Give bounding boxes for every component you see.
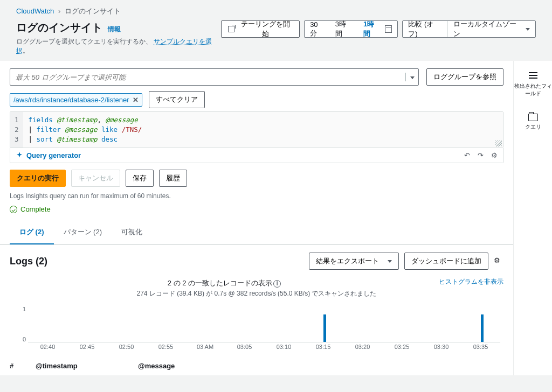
- remove-tag-icon[interactable]: ✕: [133, 96, 139, 104]
- chevron-right-icon: ›: [58, 7, 60, 15]
- redo-icon[interactable]: ↷: [478, 151, 484, 159]
- chevron-down-icon: [405, 73, 415, 81]
- save-button[interactable]: 保存: [126, 170, 154, 187]
- chevron-down-icon: [526, 28, 530, 31]
- editor-gutter: 1 2 3: [10, 112, 23, 148]
- compare-toggle[interactable]: 比較 (オフ): [403, 21, 447, 37]
- chart-plot: [28, 305, 500, 342]
- loggroup-input[interactable]: [10, 68, 419, 86]
- add-to-dashboard-button[interactable]: ダッシュボードに追加: [404, 253, 488, 270]
- query-generator-button[interactable]: Query generator: [16, 151, 81, 159]
- query-editor[interactable]: 1 2 3 fields @timestamp, @message | filt…: [10, 111, 503, 148]
- results-title: Logs (2): [10, 256, 47, 267]
- hamburger-icon: [529, 71, 537, 80]
- col-timestamp: @timestamp: [36, 362, 138, 370]
- cancel-button: キャンセル: [71, 170, 120, 187]
- compare-timezone-segment: 比較 (オフ) ローカルタイムゾーン: [402, 20, 536, 38]
- settings-icon[interactable]: ⚙: [491, 151, 498, 159]
- breadcrumb-current: ログのインサイト: [65, 7, 121, 15]
- check-icon: [10, 206, 17, 213]
- chart-x-axis: 02:4002:4502:5002:5503 AM03:0503:1003:15…: [28, 344, 500, 353]
- chart-y-axis: 10: [13, 305, 28, 342]
- range-3h[interactable]: 3時間: [330, 21, 358, 37]
- range-1h[interactable]: 1時間: [358, 21, 397, 37]
- page-title: ログのインサイト: [16, 20, 102, 35]
- sidebar-detected-fields[interactable]: 検出されたフィールド: [514, 71, 552, 97]
- info-icon[interactable]: i: [273, 280, 281, 288]
- breadcrumb: CloudWatch › ログのインサイト: [0, 0, 552, 20]
- timezone-select[interactable]: ローカルタイムゾーン: [448, 21, 535, 37]
- chevron-down-icon: [388, 260, 392, 263]
- col-index: #: [10, 362, 36, 370]
- loggroup-tag: /aws/rds/instance/database-2/listener ✕: [10, 93, 142, 107]
- calendar-icon: [385, 25, 392, 33]
- external-icon: [228, 26, 234, 32]
- tab-patterns[interactable]: パターン (2): [54, 221, 112, 244]
- clear-all-button[interactable]: すべてクリア: [149, 91, 205, 108]
- histogram-chart: 10 02:4002:4502:5002:5503 AM03:0503:1003…: [13, 305, 500, 353]
- start-tailing-button[interactable]: テーリングを開始: [221, 20, 300, 38]
- undo-icon[interactable]: ↶: [464, 151, 470, 159]
- col-message: @message: [138, 362, 503, 370]
- browse-loggroups-button[interactable]: ロググループを参照: [426, 68, 503, 86]
- time-range-segment: 30分 3時間 1時間: [304, 20, 398, 38]
- export-results-button[interactable]: 結果をエクスポート: [309, 253, 399, 270]
- sparkle-icon: [16, 152, 23, 159]
- runtime-hint: Logs Insights query can run for maximum …: [10, 192, 503, 200]
- result-tabs: ログ (2) パターン (2) 可視化: [0, 221, 513, 244]
- page-subtitle: ロググループを選択してクエリを実行するか、 サンプルクエリを選択。: [16, 37, 221, 55]
- gear-icon[interactable]: ⚙: [494, 256, 503, 266]
- editor-code[interactable]: fields @timestamp, @message | filter @me…: [23, 112, 503, 148]
- status-row: Complete: [10, 205, 503, 213]
- stats-main: 2 の 2 の一致したレコードの表示i: [10, 278, 503, 288]
- history-button[interactable]: 履歴: [159, 170, 187, 187]
- tab-logs[interactable]: ログ (2): [10, 221, 54, 244]
- tab-visualize[interactable]: 可視化: [112, 221, 152, 244]
- folder-icon: [528, 114, 538, 121]
- run-query-button[interactable]: クエリの実行: [10, 170, 66, 187]
- loggroup-select[interactable]: [10, 68, 419, 86]
- breadcrumb-root[interactable]: CloudWatch: [16, 7, 54, 15]
- stats-sub: 274 レコード (39.4 KB) が 0.7s @ 382 records/…: [10, 289, 503, 298]
- range-30m[interactable]: 30分: [305, 21, 330, 37]
- hide-histogram-link[interactable]: ヒストグラムを非表示: [439, 277, 503, 286]
- sidebar-queries[interactable]: クエリ: [525, 114, 541, 131]
- info-link[interactable]: 情報: [108, 25, 121, 34]
- status-text: Complete: [20, 205, 51, 213]
- results-table-header: # @timestamp @message: [0, 356, 513, 375]
- resize-handle[interactable]: [495, 140, 502, 146]
